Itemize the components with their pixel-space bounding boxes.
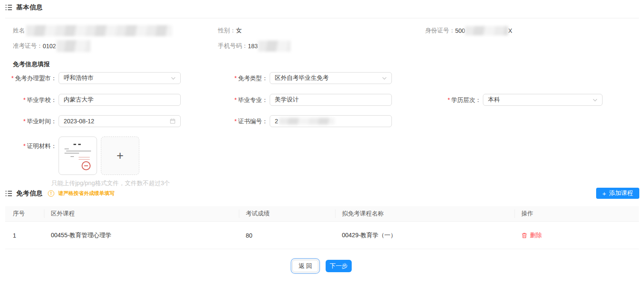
row-score: 80 (239, 232, 335, 239)
column-separator (239, 209, 239, 218)
grad-date-picker[interactable]: 2023-08-12 (59, 115, 181, 127)
required-mark: * (24, 96, 26, 103)
delete-button[interactable]: 删除 (521, 232, 639, 239)
certificate-art (74, 144, 81, 145)
list-icon (5, 190, 12, 197)
back-button[interactable]: 返 回 (292, 260, 318, 272)
upload-hint: 只能上传jpg/png格式文件，文件数不超过3个 (51, 180, 170, 187)
admission-number-label: 准考证号： (13, 42, 43, 50)
level-label: *学历层次： (423, 94, 481, 106)
header-course: 区外课程 (44, 210, 239, 218)
required-mark: * (235, 75, 237, 81)
name-field: 姓名 (13, 25, 172, 37)
level-select-value: 本科 (488, 96, 593, 104)
delete-label: 删除 (530, 232, 542, 239)
school-input[interactable]: 内蒙古大学 (59, 94, 181, 106)
course-table: 序号 区外课程 考试成绩 拟免考课程名称 操作 1 00455-教育管理心理学 … (5, 206, 639, 249)
chevron-down-icon (593, 98, 597, 102)
row-course: 00455-教育管理心理学 (44, 232, 239, 239)
type-select[interactable]: 区外自考毕业生免考 (270, 72, 392, 84)
phone-redacted (258, 41, 291, 52)
phone-field: 手机号码： 183 (218, 40, 291, 52)
plus-icon: + (117, 150, 124, 162)
id-number-suffix: X (508, 27, 512, 34)
red-seal-icon (82, 161, 91, 170)
gender-field: 性别： 女 (218, 25, 242, 37)
phone-label: 手机号码： (218, 42, 248, 50)
upload-button[interactable]: + (101, 137, 139, 175)
cert-no-redacted (279, 118, 335, 125)
major-input-value: 美学设计 (275, 96, 387, 104)
type-label: *免考类型： (209, 72, 268, 84)
school-input-value: 内蒙古大学 (64, 96, 176, 104)
cert-no-input[interactable]: 2 (270, 115, 392, 127)
id-number-prefix: 500 (455, 27, 465, 34)
course-section-header: 免考信息 ! 请严格按省外成绩单填写 (5, 189, 115, 198)
course-warning-text: 请严格按省外成绩单填写 (58, 190, 115, 197)
row-target-course: 00429-教育学（一） (335, 232, 515, 239)
header-score: 考试成绩 (239, 210, 335, 218)
id-number-redacted (465, 26, 508, 35)
name-redacted-value (26, 25, 172, 36)
add-course-button[interactable]: + 添加课程 (596, 188, 639, 199)
cert-no-label: *证书编号： (209, 115, 268, 127)
calendar-icon (170, 118, 176, 124)
column-separator (515, 209, 515, 218)
grad-date-value: 2023-08-12 (64, 118, 170, 125)
header-action: 操作 (515, 210, 639, 218)
grad-date-label: *毕业时间： (0, 115, 57, 127)
add-course-label: 添加课程 (609, 189, 633, 197)
row-seq: 1 (5, 232, 44, 239)
admission-number-prefix: 0102 (43, 43, 56, 49)
list-icon (5, 4, 12, 11)
column-separator (44, 209, 44, 218)
exemption-form-title: 免考信息填报 (13, 61, 50, 68)
admission-number-field: 准考证号： 0102 (13, 40, 91, 52)
trash-icon (521, 233, 527, 238)
phone-prefix: 183 (248, 43, 258, 49)
city-select[interactable]: 呼和浩特市 (59, 72, 181, 84)
gender-value: 女 (236, 27, 242, 35)
course-section-title: 免考信息 (16, 189, 43, 198)
certificate-thumbnail[interactable] (59, 137, 97, 175)
header-seq: 序号 (5, 210, 44, 218)
basic-info-title: 基本信息 (16, 3, 43, 12)
id-number-label: 身份证号： (425, 27, 455, 35)
school-label: *毕业学校： (0, 94, 57, 106)
chevron-down-icon (171, 76, 176, 81)
id-number-field: 身份证号： 500 X (425, 25, 512, 37)
basic-info-section-header: 基本信息 (5, 3, 43, 12)
required-mark: * (235, 96, 237, 103)
chevron-down-icon (382, 76, 387, 81)
section-divider (5, 18, 639, 18)
required-mark: * (24, 118, 26, 125)
level-select[interactable]: 本科 (483, 94, 603, 106)
column-separator (335, 209, 335, 218)
footer-actions: 返 回 下一步 (0, 260, 644, 272)
city-label: *免考办理盟市： (0, 72, 57, 84)
cert-no-prefix: 2 (275, 118, 278, 125)
required-mark: * (12, 75, 14, 81)
major-input[interactable]: 美学设计 (270, 94, 392, 106)
type-select-value: 区外自考毕业生免考 (275, 74, 382, 82)
warning-icon: ! (48, 190, 54, 197)
required-mark: * (448, 96, 450, 103)
next-step-button[interactable]: 下一步 (326, 260, 352, 272)
page: 基本信息 姓名 性别： 女 身份证号： 500 X 准考证号： 0102 手机号… (0, 0, 644, 282)
admission-number-redacted (56, 40, 91, 52)
plus-icon: + (603, 190, 606, 197)
materials-label: *证明材料： (0, 140, 57, 152)
major-label: *毕业专业： (209, 94, 268, 106)
name-label: 姓名 (13, 27, 25, 35)
table-header-row: 序号 区外课程 考试成绩 拟免考课程名称 操作 (5, 206, 639, 222)
table-row: 1 00455-教育管理心理学 80 00429-教育学（一） 删 (5, 222, 639, 249)
city-select-value: 呼和浩特市 (64, 74, 171, 82)
required-mark: * (235, 118, 237, 125)
header-target-course: 拟免考课程名称 (335, 210, 515, 218)
gender-label: 性别： (218, 27, 236, 35)
required-mark: * (24, 142, 26, 149)
